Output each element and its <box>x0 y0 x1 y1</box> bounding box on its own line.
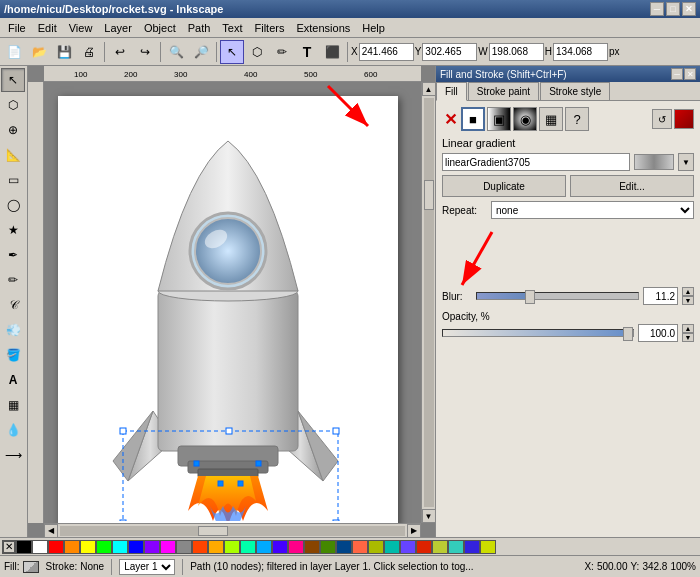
no-paint-button[interactable]: ✕ <box>442 108 459 131</box>
measure-tool-btn[interactable]: 📐 <box>1 143 25 167</box>
color-swatch-10[interactable] <box>176 540 192 554</box>
color-swatch-28[interactable] <box>464 540 480 554</box>
edit-gradient-btn[interactable]: ↺ <box>652 109 672 129</box>
save-button[interactable]: 💾 <box>52 40 76 64</box>
select-tool[interactable]: ↖ <box>220 40 244 64</box>
close-button[interactable]: ✕ <box>682 2 696 16</box>
tab-fill[interactable]: Fill <box>436 82 467 101</box>
color-swatch-19[interactable] <box>320 540 336 554</box>
repeat-select[interactable]: none <box>491 201 694 219</box>
h-scroll-thumb[interactable] <box>198 526 228 536</box>
menu-item-file[interactable]: File <box>2 20 32 36</box>
blur-increment-btn[interactable]: ▲ <box>682 287 694 296</box>
x-input[interactable] <box>359 43 414 61</box>
scroll-right-button[interactable]: ▶ <box>407 524 421 538</box>
canvas-area[interactable]: 100 200 300 400 500 600 <box>28 66 435 537</box>
color-swatch-12[interactable] <box>208 540 224 554</box>
color-swatch-4[interactable] <box>80 540 96 554</box>
scroll-left-button[interactable]: ◀ <box>44 524 58 538</box>
tab-stroke-style[interactable]: Stroke style <box>540 82 610 100</box>
color-swatch-21[interactable] <box>352 540 368 554</box>
color-swatch-16[interactable] <box>272 540 288 554</box>
circle-tool-btn[interactable]: ◯ <box>1 193 25 217</box>
color-swatch-15[interactable] <box>256 540 272 554</box>
y-input[interactable] <box>422 43 477 61</box>
color-swatch-23[interactable] <box>384 540 400 554</box>
v-scroll-track[interactable] <box>424 98 434 507</box>
color-swatch-9[interactable] <box>160 540 176 554</box>
opacity-increment-btn[interactable]: ▲ <box>682 324 694 333</box>
tab-stroke-paint[interactable]: Stroke paint <box>468 82 539 100</box>
menu-item-view[interactable]: View <box>63 20 99 36</box>
star-tool-btn[interactable]: ★ <box>1 218 25 242</box>
color-swatch-14[interactable] <box>240 540 256 554</box>
color-swatch-13[interactable] <box>224 540 240 554</box>
color-swatch-11[interactable] <box>192 540 208 554</box>
edit-button[interactable]: Edit... <box>570 175 694 197</box>
color-swatch-17[interactable] <box>288 540 304 554</box>
spray-btn[interactable]: 💨 <box>1 318 25 342</box>
menu-item-path[interactable]: Path <box>182 20 217 36</box>
eyedropper-btn[interactable]: 💧 <box>1 418 25 442</box>
color-swatch-18[interactable] <box>304 540 320 554</box>
color-swatch-6[interactable] <box>112 540 128 554</box>
zoom-in-button[interactable]: 🔍 <box>164 40 188 64</box>
gradient-btn[interactable]: ▦ <box>1 393 25 417</box>
unknown-button[interactable]: ? <box>565 107 589 131</box>
maximize-button[interactable]: □ <box>666 2 680 16</box>
menu-item-layer[interactable]: Layer <box>98 20 138 36</box>
node-tool[interactable]: ⬡ <box>245 40 269 64</box>
opacity-handle[interactable] <box>623 327 633 341</box>
minimize-button[interactable]: ─ <box>650 2 664 16</box>
bezier-draw-btn[interactable]: ✒ <box>1 243 25 267</box>
color-swatch-25[interactable] <box>416 540 432 554</box>
menu-item-extensions[interactable]: Extensions <box>290 20 356 36</box>
color-swatch-0[interactable] <box>16 540 32 554</box>
color-swatch-5[interactable] <box>96 540 112 554</box>
w-input[interactable] <box>489 43 544 61</box>
color-swatch-20[interactable] <box>336 540 352 554</box>
flat-color-button[interactable]: ■ <box>461 107 485 131</box>
vertical-scrollbar[interactable]: ▲ ▼ <box>421 82 435 523</box>
menu-item-filters[interactable]: Filters <box>249 20 291 36</box>
color-swatch-22[interactable] <box>368 540 384 554</box>
text-btn[interactable]: A <box>1 368 25 392</box>
color-swatch-29[interactable] <box>480 540 496 554</box>
h-scroll-track[interactable] <box>60 526 405 536</box>
selector-tool-btn[interactable]: ↖ <box>1 68 25 92</box>
menu-item-text[interactable]: Text <box>216 20 248 36</box>
fill-btn[interactable]: 🪣 <box>1 343 25 367</box>
v-scroll-thumb[interactable] <box>424 180 434 210</box>
zoom-out-button[interactable]: 🔎 <box>189 40 213 64</box>
color-swatch-1[interactable] <box>32 540 48 554</box>
node-edit-btn[interactable]: ⬡ <box>1 93 25 117</box>
scroll-down-button[interactable]: ▼ <box>422 509 436 523</box>
connector-btn[interactable]: ⟶ <box>1 443 25 467</box>
duplicate-button[interactable]: Duplicate <box>442 175 566 197</box>
panel-close-btn[interactable]: ✕ <box>684 68 696 80</box>
panel-minimize-btn[interactable]: ─ <box>671 68 683 80</box>
open-button[interactable]: 📂 <box>27 40 51 64</box>
blur-track[interactable] <box>476 292 639 300</box>
gradient-dropdown-btn[interactable]: ▼ <box>678 153 694 171</box>
scroll-up-button[interactable]: ▲ <box>422 82 436 96</box>
color-swatch-8[interactable] <box>144 540 160 554</box>
print-button[interactable]: 🖨 <box>77 40 101 64</box>
h-input[interactable] <box>553 43 608 61</box>
no-color-swatch[interactable]: ✕ <box>2 540 16 554</box>
calligraphy-btn[interactable]: 𝒞 <box>1 293 25 317</box>
color-swatch-26[interactable] <box>432 540 448 554</box>
gradient-name-input[interactable] <box>442 153 630 171</box>
radial-gradient-button[interactable]: ◉ <box>513 107 537 131</box>
menu-item-help[interactable]: Help <box>356 20 391 36</box>
gradient-swatch[interactable] <box>674 109 694 129</box>
menu-item-object[interactable]: Object <box>138 20 182 36</box>
blur-value-input[interactable] <box>643 287 678 305</box>
redo-button[interactable]: ↪ <box>133 40 157 64</box>
opacity-value-input[interactable] <box>638 324 678 342</box>
opacity-decrement-btn[interactable]: ▼ <box>682 333 694 342</box>
horizontal-scrollbar[interactable]: ◀ ▶ <box>44 523 421 537</box>
color-swatch-3[interactable] <box>64 540 80 554</box>
pencil-btn[interactable]: ✏ <box>1 268 25 292</box>
rect-tool-btn[interactable]: ▭ <box>1 168 25 192</box>
